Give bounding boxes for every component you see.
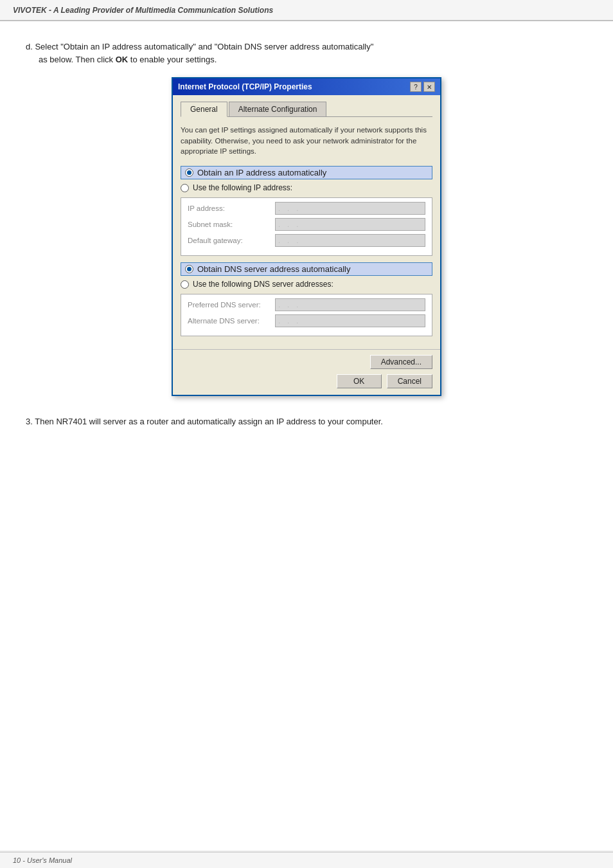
advanced-button[interactable]: Advanced...	[370, 355, 432, 369]
manual-dns-radio[interactable]	[181, 280, 189, 289]
auto-ip-label: Obtain an IP address automatically	[197, 168, 326, 177]
dns-section: Obtain DNS server address automatically …	[181, 262, 432, 336]
subnet-mask-label: Subnet mask:	[188, 221, 271, 228]
page-header: VIVOTEK - A Leading Provider of Multimed…	[0, 0, 613, 21]
ok-button[interactable]: OK	[337, 374, 382, 388]
cancel-button[interactable]: Cancel	[387, 374, 432, 388]
subnet-mask-row: Subnet mask: . . .	[188, 218, 425, 231]
tab-alternate-configuration[interactable]: Alternate Configuration	[229, 102, 327, 116]
auto-dns-radio-row[interactable]: Obtain DNS server address automatically	[181, 262, 432, 276]
alternate-dns-label: Alternate DNS server:	[188, 317, 271, 325]
ok-cancel-row: OK Cancel	[181, 374, 432, 388]
manual-ip-radio-row[interactable]: Use the following IP address:	[181, 183, 432, 192]
dialog-titlebar: Internet Protocol (TCP/IP) Properties ? …	[173, 78, 440, 95]
tcp-ip-dialog: Internet Protocol (TCP/IP) Properties ? …	[172, 77, 441, 396]
step-d-text: d. Select "Obtain an IP address automati…	[26, 41, 587, 66]
dialog-title: Internet Protocol (TCP/IP) Properties	[178, 82, 312, 91]
auto-ip-radio[interactable]	[185, 168, 193, 177]
page-content: d. Select "Obtain an IP address automati…	[0, 21, 613, 851]
auto-ip-radio-row[interactable]: Obtain an IP address automatically	[181, 166, 432, 179]
tab-general[interactable]: General	[181, 102, 227, 117]
ip-address-row: IP address: . . .	[188, 202, 425, 215]
dialog-body: General Alternate Configuration You can …	[173, 95, 440, 349]
brand-text: VIVOTEK - A Leading Provider of Multimed…	[13, 6, 273, 15]
alternate-dns-input[interactable]: . . .	[275, 314, 425, 327]
footer-text: 10 - User's Manual	[13, 856, 72, 864]
titlebar-controls: ? ✕	[410, 82, 435, 92]
dialog-description: You can get IP settings assigned automat…	[181, 125, 432, 157]
page-footer: 10 - User's Manual	[0, 852, 613, 868]
subnet-mask-input[interactable]: . . .	[275, 218, 425, 231]
alternate-dns-row: Alternate DNS server: . . .	[188, 314, 425, 327]
ip-fields-section: IP address: . . . Subnet mask: . . . Def…	[181, 197, 432, 256]
default-gateway-input[interactable]: . . .	[275, 234, 425, 247]
ip-address-label: IP address:	[188, 204, 271, 212]
manual-ip-radio[interactable]	[181, 184, 189, 192]
dns-fields-section: Preferred DNS server: . . . Alternate DN…	[181, 294, 432, 336]
manual-dns-label: Use the following DNS server addresses:	[193, 280, 333, 289]
auto-dns-label: Obtain DNS server address automatically	[197, 264, 350, 274]
auto-dns-radio[interactable]	[185, 265, 193, 273]
default-gateway-row: Default gateway: . . .	[188, 234, 425, 247]
dialog-bottom: Advanced... OK Cancel	[173, 349, 440, 395]
tab-bar: General Alternate Configuration	[181, 102, 432, 117]
default-gateway-label: Default gateway:	[188, 237, 271, 244]
manual-dns-radio-row[interactable]: Use the following DNS server addresses:	[181, 280, 432, 289]
dialog-wrapper: Internet Protocol (TCP/IP) Properties ? …	[26, 77, 587, 396]
close-button[interactable]: ✕	[423, 82, 435, 92]
preferred-dns-label: Preferred DNS server:	[188, 301, 271, 309]
help-button[interactable]: ?	[410, 82, 422, 92]
ip-address-input[interactable]: . . .	[275, 202, 425, 215]
preferred-dns-input[interactable]: . . .	[275, 298, 425, 311]
step3-text: 3. Then NR7401 will server as a router a…	[26, 415, 587, 428]
preferred-dns-row: Preferred DNS server: . . .	[188, 298, 425, 311]
manual-ip-label: Use the following IP address:	[193, 183, 292, 192]
advanced-row: Advanced...	[181, 355, 432, 369]
